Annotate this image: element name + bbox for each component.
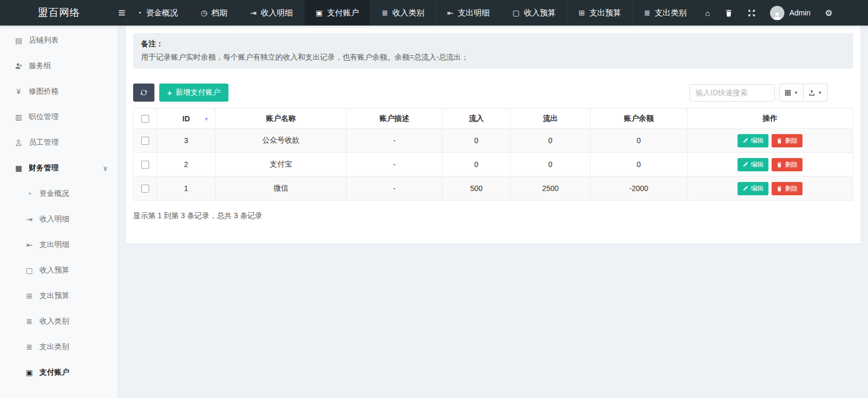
row-checkbox[interactable] (141, 137, 149, 145)
content-card: 备注： 用于记录账户实时余额，每个账户有独立的收入和支出记录，也有账户余额。余额… (126, 26, 861, 244)
select-all-checkbox[interactable] (141, 115, 149, 123)
cell-balance: 0 (591, 129, 687, 153)
column-header[interactable]: 账户描述 (347, 109, 443, 129)
search-input[interactable] (690, 84, 775, 102)
nav-item[interactable]: ◷档期 (189, 0, 239, 26)
column-header[interactable]: 账户余额 (591, 109, 687, 129)
sidebar: ▤店铺列表服务组¥修图价格▥职位管理员工管理▦财务管理∨◔资金概况⇥收入明细⇤支… (0, 26, 118, 398)
add-account-label: 新增支付账户 (176, 88, 220, 97)
payment-account-icon: ▣ (316, 9, 323, 17)
expense-detail-icon: ⇤ (447, 9, 454, 17)
sidebar-item[interactable]: ▦财务管理∨ (0, 155, 118, 181)
user-plus-icon (13, 62, 24, 70)
sidebar-item[interactable]: ⇥收入明细 (0, 206, 118, 232)
nav-item[interactable]: ⇤支出明细 (436, 0, 501, 26)
expense-budget-icon: ⊞ (24, 292, 35, 300)
table-body: 3公众号收款-000编辑删除2支付宝-000编辑删除1微信-5002500-20… (134, 129, 853, 201)
edit-button[interactable]: 编辑 (738, 182, 768, 195)
income-budget-icon: ▢ (513, 9, 520, 17)
delete-label: 删除 (785, 160, 798, 169)
nav-item[interactable]: ▣支付账户 (304, 0, 370, 26)
export-icon (808, 89, 815, 96)
sidebar-item-label: 收入预算 (39, 266, 69, 275)
income-category-icon: ≣ (382, 9, 388, 17)
table-row: 1微信-5002500-2000编辑删除 (134, 177, 853, 201)
sidebar-item-label: 修图价格 (29, 87, 59, 96)
column-header[interactable]: ID▼ (157, 109, 216, 129)
edit-label: 编辑 (751, 136, 764, 145)
trash-icon (776, 138, 782, 144)
sidebar-menu: ▤店铺列表服务组¥修图价格▥职位管理员工管理▦财务管理∨◔资金概况⇥收入明细⇤支… (0, 28, 118, 385)
fullscreen-icon[interactable] (740, 9, 763, 17)
dashboard-icon: ◔ (24, 189, 35, 198)
table-options-group: ▼ ▼ (779, 84, 828, 102)
sidebar-item[interactable]: ▢收入预算 (0, 258, 118, 283)
row-checkbox[interactable] (141, 185, 149, 193)
sidebar-item[interactable]: ¥修图价格 (0, 79, 118, 104)
columns-button[interactable]: ▼ (779, 84, 804, 102)
sidebar-item[interactable]: ▤店铺列表 (0, 28, 118, 53)
settings-gear-icon[interactable]: ⚙ (817, 8, 840, 18)
cell-inflow: 0 (443, 153, 511, 177)
nav-item[interactable]: ▢收入预算 (501, 0, 567, 26)
sidebar-item-label: 支出明细 (39, 240, 69, 250)
cell-account-desc: - (347, 177, 443, 201)
sidebar-item[interactable]: ≣支出类别 (0, 334, 118, 360)
trash-icon[interactable] (717, 9, 740, 17)
nav-item-label: 收入类别 (392, 8, 424, 18)
column-header[interactable]: 流出 (511, 109, 591, 129)
delete-button[interactable]: 删除 (772, 158, 803, 171)
finance-icon: ▦ (13, 164, 24, 172)
sidebar-item[interactable]: 员工管理 (0, 130, 118, 155)
row-checkbox[interactable] (141, 161, 149, 169)
table-row: 3公众号收款-000编辑删除 (134, 129, 853, 153)
cell-id: 1 (157, 177, 216, 201)
edit-button[interactable]: 编辑 (738, 134, 768, 147)
sidebar-item[interactable]: 服务组 (0, 53, 118, 79)
export-button[interactable]: ▼ (803, 84, 828, 102)
note-title: 备注： (141, 39, 845, 49)
edit-button[interactable]: 编辑 (738, 158, 768, 171)
sidebar-item-label: 服务组 (29, 61, 51, 71)
column-header-label: 流入 (469, 114, 484, 122)
checkbox-header-cell (134, 109, 157, 129)
column-header[interactable]: 操作 (687, 109, 853, 129)
edit-label: 编辑 (751, 160, 764, 169)
cell-id: 2 (157, 153, 216, 177)
delete-button[interactable]: 删除 (772, 182, 803, 195)
nav-item-label: 支出预算 (589, 8, 621, 18)
refresh-button[interactable] (133, 84, 154, 102)
cell-operations: 编辑删除 (687, 153, 853, 177)
sidebar-item[interactable]: ≣收入类别 (0, 309, 118, 334)
cell-balance: -2000 (591, 177, 687, 201)
nav-item[interactable]: ⊞支出预算 (567, 0, 633, 26)
nav-item-label: 收入预算 (524, 8, 556, 18)
trash-icon (776, 162, 782, 168)
nav-item[interactable]: ≣收入类别 (370, 0, 436, 26)
sidebar-item-label: 店铺列表 (29, 36, 59, 45)
column-header[interactable]: 账户名称 (216, 109, 347, 129)
nav-item[interactable]: ◔资金概况 (125, 0, 189, 26)
nav-item[interactable]: ⇥收入明细 (239, 0, 304, 26)
sidebar-item[interactable]: ⇤支出明细 (0, 232, 118, 258)
cell-inflow: 500 (443, 177, 511, 201)
column-header-label: 账户余额 (624, 114, 654, 122)
sidebar-item[interactable]: ◔资金概况 (0, 181, 118, 206)
expense-detail-icon: ⇤ (24, 241, 35, 249)
row-checkbox-cell (134, 153, 157, 177)
nav-item[interactable]: ≣支出类别 (633, 0, 698, 26)
sidebar-item-label: 收入明细 (39, 214, 69, 224)
add-account-button[interactable]: + 新增支付账户 (159, 84, 228, 102)
sidebar-item[interactable]: ▣支付账户 (0, 360, 118, 385)
schedule-icon: ◷ (201, 9, 207, 17)
delete-button[interactable]: 删除 (772, 134, 803, 147)
menu-toggle-icon[interactable]: ≡ (118, 0, 125, 26)
column-header[interactable]: 流入 (443, 109, 511, 129)
sidebar-item[interactable]: ⊞支出预算 (0, 283, 118, 309)
income-detail-icon: ⇥ (250, 9, 257, 17)
sidebar-item[interactable]: ▥职位管理 (0, 104, 118, 130)
nav-item-label: 资金概况 (146, 8, 178, 18)
plus-icon: + (167, 89, 172, 97)
home-icon[interactable]: ⌂ (698, 9, 717, 18)
user-menu[interactable]: Admin (763, 6, 817, 20)
